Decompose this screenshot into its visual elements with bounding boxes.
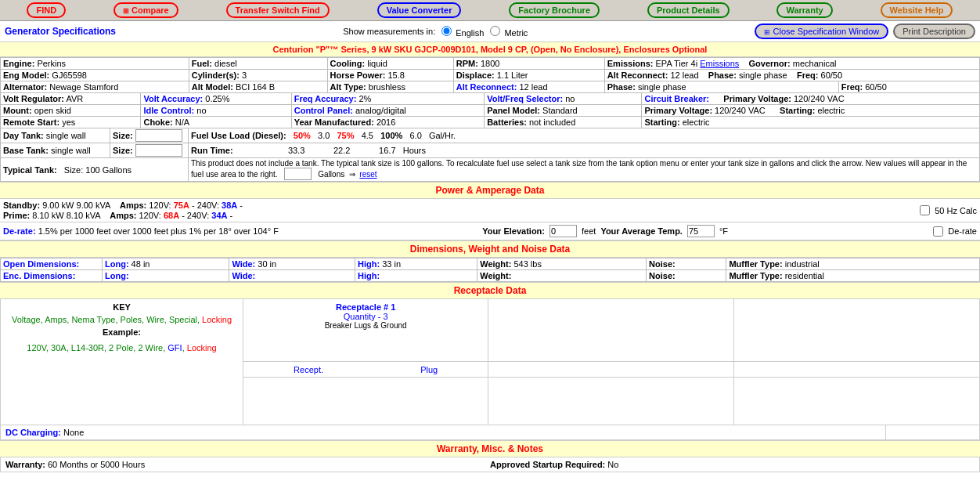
enc-dim-label-cell: Enc. Dimensions: xyxy=(1,270,103,282)
panel-model-label: Panel Model: xyxy=(487,106,540,115)
cooling-cell: Cooling: liquid xyxy=(327,58,453,70)
recept1-title: Receptacle # 1 xyxy=(247,302,485,312)
prime-label: Prime: xyxy=(3,211,30,220)
starting2-val: electric xyxy=(683,117,710,127)
base-size-input[interactable] xyxy=(135,144,182,157)
enc-dim-label: Enc. Dimensions: xyxy=(3,271,75,280)
open-weight-val: 543 lbs xyxy=(513,259,541,269)
alt-model-val: BCI 164 B xyxy=(236,82,275,92)
temp-input[interactable] xyxy=(687,225,715,237)
starting-val: electric xyxy=(817,106,845,115)
warranty-val: 60 Months or 5000 Hours xyxy=(48,460,145,469)
elevation-label: Your Elevation: xyxy=(482,226,545,236)
standby-label: Standby: xyxy=(3,201,40,210)
volt-accuracy-label: Volt Accuracy: xyxy=(143,94,203,103)
model-title: Centurion "P"™ Series, 9 kW SKU GJCP-009… xyxy=(0,42,980,57)
run-time-cell: Run Time: 33.3 22.2 16.7 Hours xyxy=(189,143,980,158)
key-colors: Voltage, Amps, Nema Type, Poles, Wire, S… xyxy=(4,315,240,324)
displace-cell: Displace: 1.1 Liter xyxy=(453,70,604,81)
power-section: Standby: 9.00 kW 9.00 kVA Amps: 120V: 75… xyxy=(0,199,980,222)
year-cell: Year Manufactured: 2016 xyxy=(291,117,484,128)
hz50-checkbox[interactable] xyxy=(920,205,930,215)
recept1-header: Recept. Plug xyxy=(243,362,488,378)
receptacle-data: Receptacle # 1 Quantity - 3 Breaker Lugs… xyxy=(243,299,979,425)
emissions-val: EPA Tier 4i xyxy=(656,59,698,68)
engine-cell: Engine: Perkins xyxy=(1,58,189,70)
power-left: Standby: 9.00 kW 9.00 kVA Amps: 120V: 75… xyxy=(3,201,243,220)
product-details-button[interactable]: Product Details xyxy=(647,2,730,18)
derate-left: De-rate: 1.5% per 1000 feet over 1000 fe… xyxy=(3,226,279,236)
open-weight-label: Weight: xyxy=(480,259,511,269)
displace-label: Displace: xyxy=(456,70,495,80)
english-radio[interactable] xyxy=(441,26,452,36)
hp-label: Horse Power: xyxy=(330,70,386,80)
rpm-val: 1800 xyxy=(481,59,499,68)
elevation-input[interactable] xyxy=(549,225,577,237)
reset-link[interactable]: reset xyxy=(359,170,377,179)
fuel-table: Day Tank: single wall Size: Fuel Use Loa… xyxy=(0,128,980,182)
warranty-button[interactable]: Warranty xyxy=(776,2,832,18)
volt-reg-cell: Volt Regulator: AVR xyxy=(1,93,141,105)
enc-long-label: Long: xyxy=(105,271,129,280)
idle-control-cell: Idle Control: no xyxy=(141,105,291,117)
metric-radio-label[interactable]: Metric xyxy=(488,26,528,38)
open-high-label: High: xyxy=(358,259,380,269)
recept2-body xyxy=(488,378,733,425)
mount-label: Mount: xyxy=(3,106,32,115)
website-help-button[interactable]: Website Help xyxy=(881,2,953,18)
load-75-val: 4.5 xyxy=(362,131,373,140)
volt-accuracy-val: 0.25% xyxy=(205,94,229,103)
example-gfi: GFI xyxy=(168,343,182,352)
eng-model-val: GJ65598 xyxy=(52,70,87,80)
open-wide-label: Wide: xyxy=(232,259,255,269)
enc-weight-cell: Weight: xyxy=(477,270,647,282)
gallons-input[interactable] xyxy=(284,168,312,180)
circuit-breaker-label: Circuit Breaker: xyxy=(644,94,709,103)
volt-freq-sel-cell: Volt/Freq Selector: no xyxy=(485,93,642,105)
factory-brochure-button[interactable]: Factory Brochure xyxy=(509,2,600,18)
feet-label: feet xyxy=(582,226,596,236)
emissions-link[interactable]: Emissions xyxy=(700,59,739,68)
starting-label: Starting: xyxy=(780,106,815,115)
print-button[interactable]: Print Description xyxy=(893,23,975,39)
freq-val: 60/50 xyxy=(821,70,843,80)
recept-col1: Recept. xyxy=(294,365,323,374)
enc-long-cell: Long: xyxy=(103,270,229,282)
volt-accuracy-cell: Volt Accuracy: 0.25% xyxy=(141,93,291,105)
dc-val: None xyxy=(63,428,84,437)
find-button[interactable]: FIND xyxy=(27,2,66,18)
transfer-switch-button[interactable]: Transfer Switch Find xyxy=(226,2,330,18)
enc-muffler-label: Muffler Type: xyxy=(729,271,782,280)
metric-radio[interactable] xyxy=(490,26,500,36)
recept2-header xyxy=(488,362,733,378)
alternator-label: Alternator: xyxy=(3,82,47,92)
alternator-cell: Alternator: Newage Stamford xyxy=(1,81,189,93)
open-muffler-val: industrial xyxy=(785,259,820,269)
governor-label: Governor: xyxy=(749,59,791,68)
page-title: Generator Specifications xyxy=(5,26,116,37)
derate-checkbox[interactable] xyxy=(933,226,943,237)
english-radio-label[interactable]: English xyxy=(440,26,484,38)
dc-label: DC Charging: xyxy=(5,428,61,437)
run-100: 16.7 xyxy=(379,146,395,155)
batteries-val: not included xyxy=(529,117,575,127)
governor-val: mechanical xyxy=(793,59,837,68)
displace-val: 1.1 Liter xyxy=(497,70,528,80)
value-converter-button[interactable]: Value Converter xyxy=(377,2,462,18)
day-size-input[interactable] xyxy=(135,129,182,142)
dc-cell: DC Charging: None xyxy=(1,425,885,439)
volt-reg-label: Volt Regulator: xyxy=(3,94,64,103)
idle-control-val: no xyxy=(196,106,206,115)
panel-model-val: Standard xyxy=(542,106,578,115)
gal-hr: Gal/Hr. xyxy=(429,131,456,140)
base-size-label: Size: xyxy=(113,146,133,155)
freq-label: Freq: xyxy=(797,70,819,80)
close-spec-button[interactable]: ⊞ Close Specification Window xyxy=(755,23,888,39)
enc-high-label: High: xyxy=(358,271,380,280)
remote-start-val: yes xyxy=(62,117,75,127)
day-tank-val: single wall xyxy=(46,131,86,140)
receptacle-header: Receptacle Data xyxy=(0,282,980,299)
compare-button[interactable]: ⊞ Compare xyxy=(113,2,178,18)
warranty-header: Warranty, Misc. & Notes xyxy=(0,440,980,457)
dimensions-table: Open Dimensions: Long: 48 in Wide: 30 in… xyxy=(0,258,980,282)
